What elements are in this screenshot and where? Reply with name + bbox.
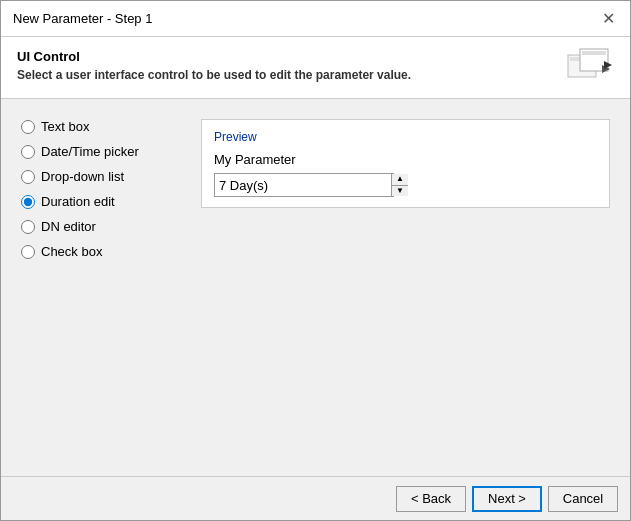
radio-item-dn[interactable]: DN editor <box>21 219 181 234</box>
radio-datetime[interactable] <box>21 145 35 159</box>
radio-checkbox-opt[interactable] <box>21 245 35 259</box>
wizard-icon <box>566 47 614 83</box>
radio-item-datetime[interactable]: Date/Time picker <box>21 144 181 159</box>
radio-label-checkbox: Check box <box>41 244 102 259</box>
header-title-text: UI Control <box>17 49 411 64</box>
preview-area: Preview My Parameter ▲ ▼ <box>201 119 610 456</box>
radio-textbox[interactable] <box>21 120 35 134</box>
back-button[interactable]: < Back <box>396 486 466 512</box>
next-button[interactable]: Next > <box>472 486 542 512</box>
radio-duration[interactable] <box>21 195 35 209</box>
radio-label-datetime: Date/Time picker <box>41 144 139 159</box>
radio-label-dropdown: Drop-down list <box>41 169 124 184</box>
radio-dn[interactable] <box>21 220 35 234</box>
radio-item-checkbox[interactable]: Check box <box>21 244 181 259</box>
radio-item-dropdown[interactable]: Drop-down list <box>21 169 181 184</box>
wizard-icon-svg <box>566 47 614 83</box>
header-left: UI Control Select a user interface contr… <box>17 49 411 82</box>
preview-duration-input[interactable] <box>215 174 391 196</box>
radio-label-textbox: Text box <box>41 119 89 134</box>
close-button[interactable]: ✕ <box>598 9 618 29</box>
spinner-down-button[interactable]: ▼ <box>392 186 408 197</box>
radio-group: Text box Date/Time picker Drop-down list… <box>21 119 181 456</box>
preview-label: Preview <box>214 130 597 144</box>
radio-item-duration[interactable]: Duration edit <box>21 194 181 209</box>
header-section: UI Control Select a user interface contr… <box>1 37 630 99</box>
preview-duration-control: ▲ ▼ <box>214 173 394 197</box>
dialog: New Parameter - Step 1 ✕ UI Control Sele… <box>0 0 631 521</box>
radio-label-duration: Duration edit <box>41 194 115 209</box>
title-bar: New Parameter - Step 1 ✕ <box>1 1 630 37</box>
preview-param-label: My Parameter <box>214 152 597 167</box>
svg-rect-3 <box>582 51 606 55</box>
preview-box: Preview My Parameter ▲ ▼ <box>201 119 610 208</box>
radio-dropdown[interactable] <box>21 170 35 184</box>
spinner-up-button[interactable]: ▲ <box>392 174 408 186</box>
footer: < Back Next > Cancel <box>1 476 630 520</box>
dialog-title: New Parameter - Step 1 <box>13 11 152 26</box>
header-subtitle: Select a user interface control to be us… <box>17 68 411 82</box>
content-area: Text box Date/Time picker Drop-down list… <box>1 99 630 476</box>
radio-item-textbox[interactable]: Text box <box>21 119 181 134</box>
cancel-button[interactable]: Cancel <box>548 486 618 512</box>
radio-label-dn: DN editor <box>41 219 96 234</box>
header-title-row: UI Control Select a user interface contr… <box>17 47 614 83</box>
preview-spinner: ▲ ▼ <box>391 174 408 196</box>
